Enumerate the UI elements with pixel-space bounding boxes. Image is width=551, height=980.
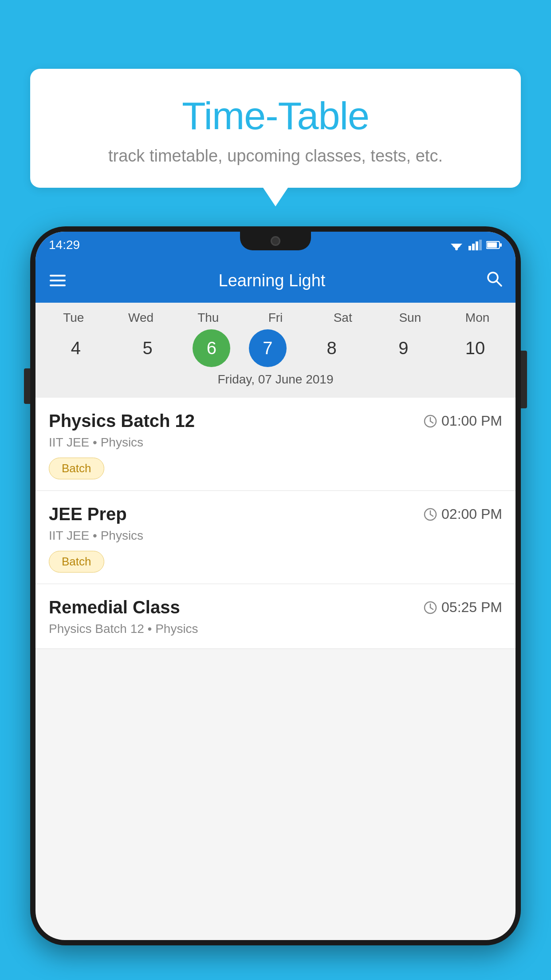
day-header-sat: Sat xyxy=(316,311,370,325)
day-9[interactable]: 9 xyxy=(377,329,430,367)
clock-icon-2 xyxy=(424,508,437,521)
search-icon[interactable] xyxy=(485,270,503,292)
batch-badge-2: Batch xyxy=(49,551,104,573)
svg-rect-6 xyxy=(479,240,482,250)
day-header-tue: Tue xyxy=(47,311,100,325)
status-icons xyxy=(449,240,502,250)
day-headers: Tue Wed Thu Fri Sat Sun Mon xyxy=(35,311,516,325)
day-7-selected[interactable]: 7 xyxy=(249,329,287,367)
clock-icon-3 xyxy=(424,601,437,614)
clock-icon-1 xyxy=(424,415,437,428)
day-header-wed: Wed xyxy=(114,311,168,325)
phone-container: 14:29 xyxy=(30,226,521,980)
class-name-2: JEE Prep xyxy=(49,504,127,524)
phone-outer: 14:29 xyxy=(30,226,521,945)
day-header-mon: Mon xyxy=(451,311,504,325)
bubble-title: Time-Table xyxy=(48,93,503,138)
day-5[interactable]: 5 xyxy=(121,329,174,367)
day-10[interactable]: 10 xyxy=(449,329,502,367)
schedule-item-3-header: Remedial Class 05:25 PM xyxy=(49,597,502,617)
svg-line-17 xyxy=(430,514,433,516)
class-name-3: Remedial Class xyxy=(49,597,180,617)
selected-date-label: Friday, 07 June 2019 xyxy=(35,367,516,393)
class-time-1: 01:00 PM xyxy=(424,413,502,429)
bubble-subtitle: track timetable, upcoming classes, tests… xyxy=(48,146,503,166)
day-header-thu: Thu xyxy=(181,311,235,325)
wifi-icon xyxy=(449,240,464,250)
svg-rect-4 xyxy=(472,244,475,250)
day-8[interactable]: 8 xyxy=(305,329,358,367)
battery-icon xyxy=(486,241,502,249)
schedule-list: Physics Batch 12 01:00 PM IIT JEE • Phys… xyxy=(35,398,516,649)
class-name-1: Physics Batch 12 xyxy=(49,411,195,431)
calendar-strip: Tue Wed Thu Fri Sat Sun Mon 4 5 6 7 8 9 … xyxy=(35,303,516,398)
day-header-fri: Fri xyxy=(249,311,302,325)
class-meta-1: IIT JEE • Physics xyxy=(49,435,502,450)
day-header-sun: Sun xyxy=(383,311,437,325)
svg-line-20 xyxy=(430,608,433,609)
class-meta-2: IIT JEE • Physics xyxy=(49,529,502,543)
day-numbers: 4 5 6 7 8 9 10 xyxy=(35,329,516,367)
speech-bubble: Time-Table track timetable, upcoming cla… xyxy=(30,69,521,188)
svg-rect-8 xyxy=(487,242,497,248)
schedule-item-2-header: JEE Prep 02:00 PM xyxy=(49,504,502,524)
svg-rect-9 xyxy=(500,243,502,247)
class-time-2: 02:00 PM xyxy=(424,506,502,522)
phone-screen: 14:29 xyxy=(35,232,516,940)
app-bar: Learning Light xyxy=(35,258,516,303)
svg-rect-5 xyxy=(476,241,478,250)
batch-badge-1: Batch xyxy=(49,458,104,479)
schedule-item-1-header: Physics Batch 12 01:00 PM xyxy=(49,411,502,431)
class-time-3: 05:25 PM xyxy=(424,599,502,616)
status-time: 14:29 xyxy=(49,238,80,252)
signal-icon xyxy=(468,240,482,250)
schedule-item-2[interactable]: JEE Prep 02:00 PM IIT JEE • Physics Batc… xyxy=(35,491,516,584)
svg-line-14 xyxy=(430,421,433,423)
speech-bubble-container: Time-Table track timetable, upcoming cla… xyxy=(30,69,521,188)
svg-rect-3 xyxy=(468,246,471,250)
svg-line-11 xyxy=(496,281,501,286)
class-meta-3: Physics Batch 12 • Physics xyxy=(49,622,502,636)
svg-point-2 xyxy=(455,248,458,250)
schedule-item-1[interactable]: Physics Batch 12 01:00 PM IIT JEE • Phys… xyxy=(35,398,516,491)
day-4[interactable]: 4 xyxy=(49,329,102,367)
notch xyxy=(240,232,311,250)
day-6-today[interactable]: 6 xyxy=(193,329,230,367)
app-title: Learning Light xyxy=(76,271,468,290)
camera-dot xyxy=(271,236,280,246)
menu-icon[interactable] xyxy=(48,273,67,288)
schedule-item-3[interactable]: Remedial Class 05:25 PM Physics Batch 12… xyxy=(35,584,516,649)
